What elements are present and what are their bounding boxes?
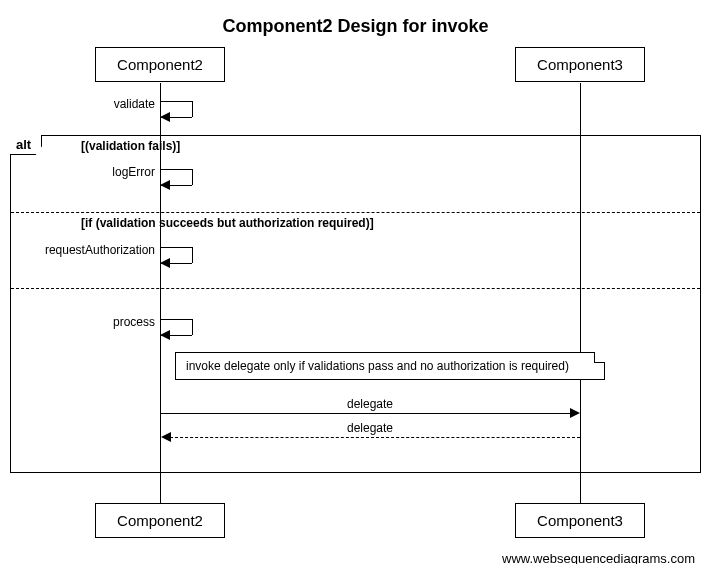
alt-divider-1 xyxy=(11,212,700,213)
msg-delegate-call-line xyxy=(161,413,571,414)
footer-credit: www.websequencediagrams.com xyxy=(10,551,701,564)
diagram-note: invoke delegate only if validations pass… xyxy=(175,352,605,380)
alt-label: alt xyxy=(10,135,42,155)
note-fold-icon xyxy=(594,352,605,363)
msg-delegate-call-label: delegate xyxy=(160,397,580,411)
participant-component2-bottom: Component2 xyxy=(95,503,225,538)
msg-logerror-label: logError xyxy=(100,165,155,179)
participant-component2-top: Component2 xyxy=(95,47,225,82)
msg-delegate-return-line xyxy=(170,437,580,438)
msg-validate-label: validate xyxy=(100,97,155,111)
sequence-diagram: Component2 Component3 validate alt [(val… xyxy=(10,47,701,547)
msg-delegate-return-label: delegate xyxy=(160,421,580,435)
participant-component3-bottom: Component3 xyxy=(515,503,645,538)
alt-guard-2: [if (validation succeeds but authorizati… xyxy=(81,216,374,230)
msg-delegate-return-arrow xyxy=(161,432,171,442)
participant-component3-top: Component3 xyxy=(515,47,645,82)
msg-process-label: process xyxy=(100,315,155,329)
msg-reqauth-label: requestAuthorization xyxy=(20,243,155,257)
note-text: invoke delegate only if validations pass… xyxy=(186,359,569,373)
msg-delegate-call-arrow xyxy=(570,408,580,418)
diagram-title: Component2 Design for invoke xyxy=(10,16,701,37)
alt-divider-2 xyxy=(11,288,700,289)
alt-guard-1: [(validation fails)] xyxy=(81,139,180,153)
